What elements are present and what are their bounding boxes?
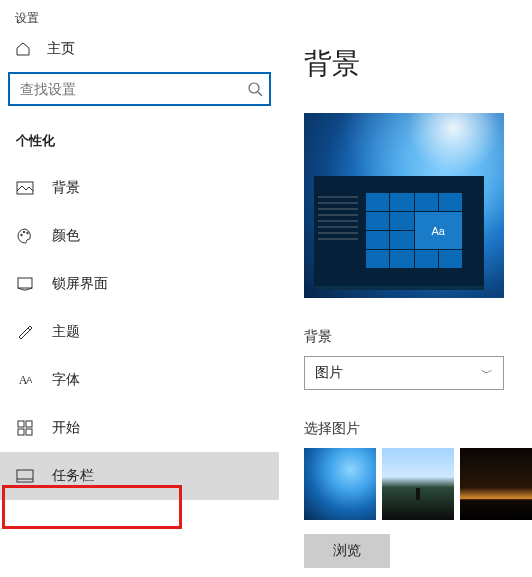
sidebar-item-color[interactable]: 颜色: [0, 212, 279, 260]
home-icon: [15, 41, 31, 57]
sidebar-home[interactable]: 主页: [0, 30, 279, 72]
theme-icon: [16, 323, 34, 341]
choose-image-label: 选择图片: [304, 420, 532, 438]
sidebar-item-label: 任务栏: [52, 467, 94, 485]
svg-rect-10: [17, 470, 33, 482]
sidebar: 设置 主页 个性化 背景: [0, 0, 279, 577]
svg-rect-8: [18, 429, 24, 435]
sidebar-item-label: 背景: [52, 179, 80, 197]
svg-rect-9: [26, 429, 32, 435]
dropdown-value: 图片: [315, 364, 343, 382]
sidebar-item-font[interactable]: AA 字体: [0, 356, 279, 404]
main-panel: 背景 Aa 背景 图片 ﹀ 选择图片 浏览: [279, 0, 532, 577]
background-type-dropdown[interactable]: 图片 ﹀: [304, 356, 504, 390]
background-field-label: 背景: [304, 328, 532, 346]
chevron-down-icon: ﹀: [481, 365, 493, 382]
category-label: 个性化: [0, 106, 279, 164]
sidebar-item-label: 颜色: [52, 227, 80, 245]
search-container: [8, 72, 271, 106]
sidebar-item-label: 字体: [52, 371, 80, 389]
sidebar-item-background[interactable]: 背景: [0, 164, 279, 212]
sidebar-item-taskbar[interactable]: 任务栏: [0, 452, 279, 500]
image-thumb-1[interactable]: [304, 448, 376, 520]
font-icon: AA: [16, 371, 34, 389]
svg-rect-5: [18, 278, 32, 288]
page-title: 背景: [304, 45, 532, 83]
image-thumbnails: [304, 448, 532, 520]
svg-rect-7: [26, 421, 32, 427]
sidebar-item-lockscreen[interactable]: 锁屏界面: [0, 260, 279, 308]
palette-icon: [16, 227, 34, 245]
svg-point-4: [27, 232, 29, 234]
start-icon: [16, 419, 34, 437]
svg-rect-6: [18, 421, 24, 427]
sidebar-item-label: 开始: [52, 419, 80, 437]
image-thumb-2[interactable]: [382, 448, 454, 520]
svg-point-3: [23, 231, 25, 233]
taskbar-icon: [16, 467, 34, 485]
search-input[interactable]: [8, 72, 271, 106]
sidebar-item-label: 主题: [52, 323, 80, 341]
svg-point-0: [249, 83, 259, 93]
lock-screen-icon: [16, 275, 34, 293]
image-thumb-3[interactable]: [460, 448, 532, 520]
svg-point-2: [21, 234, 23, 236]
desktop-preview: Aa: [304, 113, 504, 298]
image-icon: [16, 179, 34, 197]
sidebar-item-label: 锁屏界面: [52, 275, 108, 293]
browse-button[interactable]: 浏览: [304, 534, 390, 568]
sidebar-item-theme[interactable]: 主题: [0, 308, 279, 356]
sidebar-home-label: 主页: [47, 40, 75, 58]
window-title: 设置: [0, 0, 279, 30]
search-icon[interactable]: [247, 81, 263, 97]
nav-list: 背景 颜色 锁屏界面: [0, 164, 279, 500]
sidebar-item-start[interactable]: 开始: [0, 404, 279, 452]
preview-tile-sample: Aa: [415, 212, 463, 249]
